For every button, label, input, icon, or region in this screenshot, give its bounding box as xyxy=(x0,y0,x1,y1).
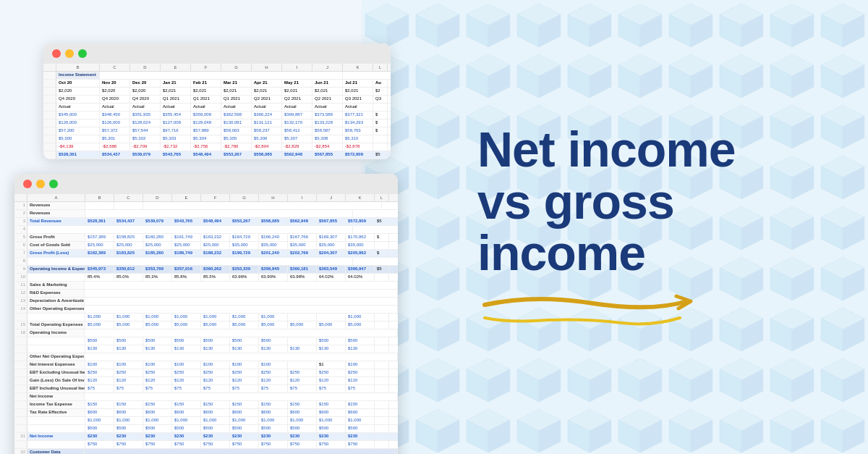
tr2-5: $600 xyxy=(201,409,230,416)
cell-year-3: $2,020 xyxy=(130,88,161,95)
cell-actual-7: Actual xyxy=(252,104,282,111)
ebt-1: $250 xyxy=(85,369,114,377)
tr-c: $534,437 xyxy=(114,218,143,225)
it-4: $150 xyxy=(172,401,201,408)
op1-5: $1,000 xyxy=(201,314,230,321)
bottom-col-b: B xyxy=(85,194,114,201)
period-header-row: Oct 20 Nov 20 Dec 20 Jan 21 Feb 21 Mar 2… xyxy=(43,80,391,88)
depreciation-label: Depreciation & Amortization xyxy=(27,298,85,305)
v500-3: $500 xyxy=(143,337,172,345)
revenues-label: Revenues xyxy=(27,202,85,209)
v130-2: $130 xyxy=(114,345,143,353)
ebt-8: $250 xyxy=(288,369,317,377)
oi-11: $5 xyxy=(375,266,389,273)
gl-9: $120 xyxy=(317,377,346,384)
total-operating-row: 15 Total Operating Expenses $5,000 $5,00… xyxy=(14,321,398,329)
year-header-row: $2,020 $2,020 $2,020 $2,021 $2,021 $2,02… xyxy=(43,88,391,96)
rev-4-9: $5,308 xyxy=(312,135,343,143)
v130-3: $130 xyxy=(143,345,172,353)
tr-e: $543,765 xyxy=(172,218,201,225)
gl-8: $120 xyxy=(288,377,317,384)
to-10: $5,000 xyxy=(346,321,375,329)
op1-3: $1,000 xyxy=(143,314,172,321)
rev-adj-3: -$2,709 xyxy=(130,143,161,151)
rev-4-7: $5,306 xyxy=(252,135,282,143)
window-titlebar-top xyxy=(43,43,391,64)
ni-9: $1 xyxy=(317,361,346,369)
it2-9: $1,000 xyxy=(317,417,346,424)
total-revenues-bottom-row: 3 Total Revenues $528,361 $534,437 $539,… xyxy=(14,218,398,226)
oi-5: $360,262 xyxy=(201,266,230,273)
to-1: $5,000 xyxy=(85,321,114,329)
rev-3-6: $58,063 xyxy=(221,127,252,135)
ebt-excl-row: EBT Excluding Unusual Items $250 $250 $2… xyxy=(14,369,398,377)
to-9: $5,000 xyxy=(317,321,346,329)
close-dot-bottom[interactable] xyxy=(23,180,32,188)
oi-4: $357,016 xyxy=(172,266,201,273)
op1-6: $1,000 xyxy=(230,314,259,321)
it-7: $150 xyxy=(259,401,288,408)
depreciation-row: 13 Depreciation & Amortization xyxy=(14,298,398,306)
rev-adj-10: -$2,878 xyxy=(343,143,373,151)
bottom-row-num-header xyxy=(14,194,27,201)
customer-data-row: 32 Customer Data xyxy=(14,449,398,454)
col-f: F xyxy=(191,64,221,71)
rev-3-5: $57,889 xyxy=(191,127,221,135)
v750-10: $750 xyxy=(346,441,375,448)
ebt-incl-row: EBT Including Unusual Items $75 $75 $75 … xyxy=(14,385,398,393)
rev-adj-11 xyxy=(373,143,388,151)
rev-1-1: $345,000 xyxy=(56,112,100,119)
gp-4: $161,749 xyxy=(172,234,201,241)
cell-actual-1: Actual xyxy=(56,104,100,111)
pct-4: 85.8% xyxy=(172,274,201,281)
gl-11 xyxy=(375,377,389,384)
pct-10: 64.02% xyxy=(346,274,375,281)
ni-2: $100 xyxy=(114,361,143,369)
cell-period-dec20: Dec 20 xyxy=(130,80,161,87)
cogs-2: $25,000 xyxy=(114,242,143,249)
minimize-button-dot[interactable] xyxy=(65,49,74,58)
op1-8 xyxy=(288,314,317,321)
cell-period-jul21: Jul 21 xyxy=(343,80,373,87)
ni-7: $100 xyxy=(259,361,288,369)
rev-adj-2: -$2,686 xyxy=(100,143,130,151)
v500-6: $500 xyxy=(230,337,259,345)
cell-actual-4: Actual xyxy=(161,104,191,111)
title-line-1: Net income xyxy=(477,124,825,175)
revenue-adj-row: -$4,139 -$2,686 -$2,709 -$2,732 -$2,756 … xyxy=(43,143,391,151)
ni2-2: $230 xyxy=(114,433,143,440)
ni-3: $100 xyxy=(143,361,172,369)
ni-11 xyxy=(375,361,389,369)
close-button-dot[interactable] xyxy=(52,49,61,58)
ni2-7: $230 xyxy=(259,433,288,440)
gp-3: $160,280 xyxy=(143,234,172,241)
cogs-10: $35,000 xyxy=(346,242,375,249)
cell-period-feb21: Feb 21 xyxy=(191,80,221,87)
rev-4-4: $5,303 xyxy=(161,135,191,143)
to-7: $5,000 xyxy=(259,321,288,329)
gpl-6: $199,729 xyxy=(230,250,259,257)
v500-7: $500 xyxy=(259,337,288,345)
rev-adj-9: -$2,854 xyxy=(312,143,343,151)
right-panel: Net income vs gross income xyxy=(420,0,868,454)
v750-8: $750 xyxy=(288,441,317,448)
total-rev-10: $572,809 xyxy=(343,151,373,159)
cell-period-aug21: Au xyxy=(373,80,388,87)
minimize-dot-bottom[interactable] xyxy=(36,180,45,188)
rev-4-3: $5,302 xyxy=(130,135,161,143)
maximize-dot-bottom[interactable] xyxy=(49,180,58,188)
ebt-4: $250 xyxy=(172,369,201,377)
oi-9: $363,549 xyxy=(317,266,346,273)
v500-2: $500 xyxy=(114,337,143,345)
maximize-button-dot[interactable] xyxy=(78,49,87,58)
pct-8: 63.98% xyxy=(288,274,317,281)
ebti-6: $75 xyxy=(230,385,259,392)
cell-period-mar21: Mar 21 xyxy=(221,80,252,87)
cogs-4: $25,000 xyxy=(172,242,201,249)
gl-10: $120 xyxy=(346,377,375,384)
cell-year-9: $2,021 xyxy=(312,88,343,95)
v500-10: $500 xyxy=(346,337,375,345)
cell-period-apr21: Apr 21 xyxy=(252,80,282,87)
ebt-7: $250 xyxy=(259,369,288,377)
pct-7: 63.90% xyxy=(259,274,288,281)
